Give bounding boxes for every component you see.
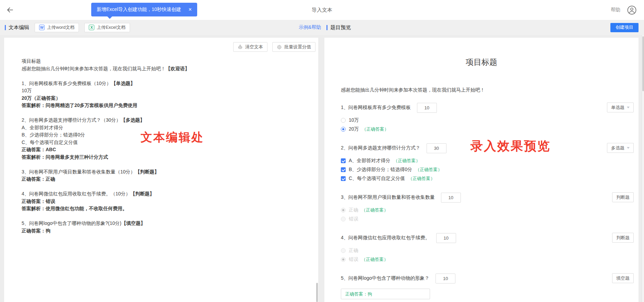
score-input[interactable] bbox=[417, 103, 437, 113]
banner-pointer bbox=[107, 16, 112, 19]
editor-line: 项目标题 bbox=[22, 58, 299, 65]
editor-scrollbar-thumb[interactable] bbox=[316, 283, 318, 302]
editor-line: 正确答案：正确 bbox=[22, 176, 299, 183]
option-label: 正确 bbox=[349, 247, 358, 254]
option-row: 正确 bbox=[341, 246, 639, 255]
tab-indicator-bar bbox=[5, 25, 6, 30]
chevron-down-icon bbox=[627, 147, 630, 149]
score-input[interactable] bbox=[436, 233, 456, 243]
correct-answer-tag: （正确答案） bbox=[393, 158, 420, 164]
question-label: 1、问卷网模板库有多少免费模板 bbox=[341, 105, 411, 111]
preview-title: 项目标题 bbox=[324, 57, 639, 68]
question-type-label: 判断题 bbox=[616, 235, 630, 241]
notification-banner: 新增Excel导入创建功能，10秒快速创建 × bbox=[91, 3, 197, 16]
correct-answer-tag: （正确答案） bbox=[408, 176, 435, 182]
option-row: 20万（正确答案） bbox=[341, 125, 639, 134]
editor-line: 正确答案：ABC bbox=[22, 146, 299, 154]
question-title-row: 3、问卷网不限用户项目数量和答卷收集数量 bbox=[341, 192, 639, 203]
excel-file-icon: X bbox=[89, 25, 94, 30]
checkbox[interactable] bbox=[341, 167, 346, 172]
option-list: 10万20万（正确答案） bbox=[341, 116, 639, 134]
option-row: C、每个选项可自定义分值（正确答案） bbox=[341, 174, 639, 183]
toolbar: 文本编辑 W 上传word文档 X 上传Excel文档 示例&帮助 题目预览 创… bbox=[0, 20, 644, 35]
editor-line: 答案解析：使用微信红包功能，不收取任何费用。 bbox=[22, 205, 299, 213]
correct-answer-tag: （正确答案） bbox=[361, 256, 388, 263]
editor-line: 1、问卷网模板库有多少免费模板（10分）【单选题】 bbox=[22, 80, 299, 87]
checkbox[interactable] bbox=[341, 176, 346, 181]
upload-word-label: 上传word文档 bbox=[47, 24, 74, 31]
editor-line bbox=[22, 109, 299, 117]
question-block: 2、问卷网多选题支持哪些计分方式？多选题A、全部答对才得分（正确答案）B、少选得… bbox=[341, 143, 639, 183]
editor-line: 答案解析：问卷网精选了20多万套模板供用户免费使用 bbox=[22, 102, 299, 109]
create-project-button[interactable]: 创建项目 bbox=[610, 23, 639, 32]
question-type-chip[interactable]: 判断题 bbox=[612, 192, 634, 202]
text-editor[interactable]: 项目标题感谢您能抽出几分钟时间来参加本次答题，现在我们就马上开始吧！【欢迎语】 … bbox=[22, 58, 299, 299]
batch-score-label: 批量设置分值 bbox=[284, 44, 311, 50]
radio-button[interactable] bbox=[341, 127, 346, 132]
editor-line: 5、问卷网logo中包含了哪种动物的形象?(10分)【填空题】 bbox=[22, 220, 299, 227]
page-scrollbar-thumb[interactable] bbox=[642, 36, 644, 91]
avatar-icon[interactable] bbox=[627, 5, 636, 15]
top-header: 新增Excel导入创建功能，10秒快速创建 × 导入文本 帮助 bbox=[0, 0, 644, 20]
question-type-dropdown[interactable]: 多选题 bbox=[607, 143, 634, 153]
radio-button[interactable] bbox=[341, 118, 346, 123]
question-block: 1、问卷网模板库有多少免费模板单选题10万20万（正确答案） bbox=[341, 102, 639, 134]
main-area: 清空文本 批量设置分值 项目标题感谢您能抽出几分钟时间来参加本次答题，现在我们就… bbox=[0, 38, 644, 302]
score-input[interactable] bbox=[436, 274, 455, 283]
score-input[interactable] bbox=[427, 143, 446, 153]
preview-welcome: 感谢您能抽出几分钟时间来参加本次答题，现在我们就马上开始吧！ bbox=[341, 87, 639, 93]
question-type-label: 填空题 bbox=[616, 275, 630, 281]
question-type-label: 判断题 bbox=[616, 194, 630, 201]
question-type-chip[interactable]: 填空题 bbox=[612, 273, 634, 283]
question-type-dropdown[interactable]: 单选题 bbox=[607, 102, 634, 112]
tab-text-edit[interactable]: 文本编辑 bbox=[5, 24, 29, 31]
example-help-link[interactable]: 示例&帮助 bbox=[299, 24, 321, 31]
radio-button bbox=[341, 217, 346, 221]
radio-button bbox=[341, 257, 346, 262]
question-title-row: 1、问卷网模板库有多少免费模板 bbox=[341, 102, 639, 113]
editor-line: 20万（正确答案） bbox=[22, 95, 299, 102]
editor-line: C、每个选项可自定义分值 bbox=[22, 139, 299, 146]
question-block: 4、问卷网微信红包应用收取红包手续费。判断题正确错误（正确答案） bbox=[341, 232, 639, 264]
editor-line: 感谢您能抽出几分钟时间来参加本次答题，现在我们就马上开始吧！【欢迎语】 bbox=[22, 65, 299, 73]
correct-answer-tag: （正确答案） bbox=[415, 167, 442, 173]
fill-answer-text: 正确答案：狗 bbox=[345, 291, 372, 297]
editor-line: 10万 bbox=[22, 87, 299, 95]
text-editor-panel: 清空文本 批量设置分值 项目标题感谢您能抽出几分钟时间来参加本次答题，现在我们就… bbox=[4, 38, 318, 302]
clear-text-button[interactable]: 清空文本 bbox=[233, 42, 267, 52]
editor-line bbox=[22, 213, 299, 220]
help-link[interactable]: 帮助 bbox=[611, 7, 620, 13]
question-label: 2、问卷网多选题支持哪些计分方式？ bbox=[341, 145, 420, 151]
fill-answer-box[interactable]: 正确答案：狗 bbox=[341, 289, 430, 299]
question-title-row: 5、问卷网logo中包含了哪种动物的形象？ bbox=[341, 273, 639, 284]
editor-line: 2、问卷网多选题支持哪些计分方式？（30分）【多选题】 bbox=[22, 117, 299, 124]
page-title: 导入文本 bbox=[312, 7, 332, 13]
question-preview-label: 题目预览 bbox=[330, 24, 351, 31]
option-label: 20万 bbox=[349, 126, 359, 132]
option-label: 错误 bbox=[349, 216, 358, 222]
back-arrow-icon bbox=[6, 6, 14, 14]
upload-word-button[interactable]: W 上传word文档 bbox=[35, 23, 79, 32]
page-scrollbar[interactable] bbox=[642, 35, 644, 302]
broom-icon bbox=[238, 45, 243, 50]
back-button[interactable] bbox=[5, 5, 14, 14]
option-list: A、全部答对才得分（正确答案）B、少选得部分分；错选得0分（正确答案）C、每个选… bbox=[341, 156, 639, 183]
checkbox[interactable] bbox=[341, 158, 346, 163]
option-row: 错误（正确答案） bbox=[341, 255, 639, 264]
question-title-row: 2、问卷网多选题支持哪些计分方式？ bbox=[341, 143, 639, 154]
option-label: 正确 bbox=[349, 207, 358, 213]
correct-answer-tag: （正确答案） bbox=[362, 126, 389, 132]
editor-line: 4、问卷网微信红包应用收取红包手续费。（10分）【判断题】 bbox=[22, 190, 299, 198]
upload-excel-button[interactable]: X 上传Excel文档 bbox=[84, 23, 130, 32]
question-type-label: 多选题 bbox=[611, 145, 624, 151]
tab-text-edit-label: 文本编辑 bbox=[9, 24, 29, 31]
chevron-down-icon bbox=[627, 107, 630, 108]
score-input[interactable] bbox=[441, 193, 461, 203]
batch-score-button[interactable]: 批量设置分值 bbox=[272, 42, 315, 52]
question-title-row: 4、问卷网微信红包应用收取红包手续费。 bbox=[341, 232, 639, 243]
question-type-chip[interactable]: 判断题 bbox=[612, 233, 634, 243]
option-list: 正确（正确答案）错误 bbox=[341, 206, 639, 224]
editor-line bbox=[22, 72, 299, 80]
banner-close-icon[interactable]: × bbox=[189, 7, 192, 12]
option-row: 错误 bbox=[341, 215, 639, 224]
